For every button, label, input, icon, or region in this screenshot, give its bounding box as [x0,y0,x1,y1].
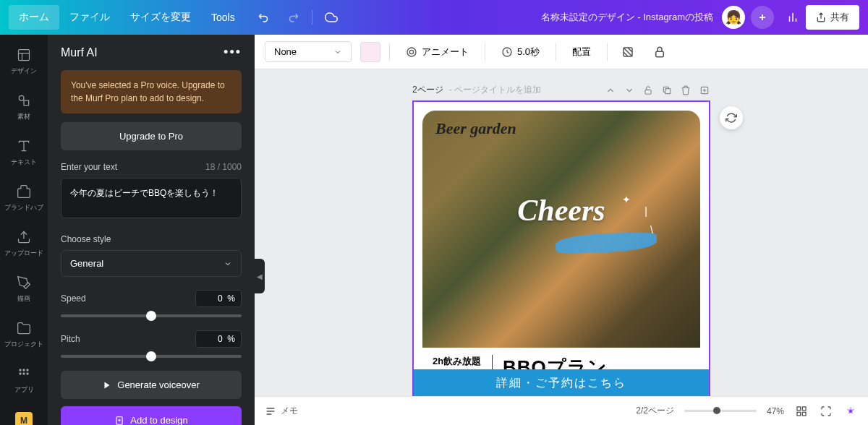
speed-slider[interactable] [61,314,242,317]
resize-menu[interactable]: サイズを変更 [120,5,201,30]
animate-icon [406,46,417,58]
collapse-sidebar-button[interactable]: ◀ [255,259,265,293]
pitch-slider[interactable] [61,355,242,358]
choose-style-label: Choose style [61,234,111,244]
tools-menu[interactable]: Tools [201,6,245,29]
sidebar-title: Murf AI [61,46,98,59]
page-indicator[interactable]: 2/2ページ [636,405,674,417]
voiceover-text-input[interactable]: 今年の夏はビーチでBBQを楽しもう！ [61,178,242,218]
bottom-status-bar: メモ 2/2ページ 47% [255,396,868,425]
page-title-input[interactable]: - ページタイトルを追加 [449,84,599,96]
zoom-thumb[interactable] [713,407,720,414]
rail-elements[interactable]: 素材 [0,89,48,124]
rail-apps[interactable]: アプリ [0,362,48,398]
svg-point-4 [22,369,25,371]
design-icon [15,46,33,64]
cloud-sync-icon[interactable] [318,4,344,30]
upgrade-button[interactable]: Upgrade to Pro [61,122,242,150]
svg-rect-2 [24,100,29,106]
undo-button[interactable] [251,4,277,30]
left-rail: デザイン 素材 テキスト ブランドハブ アップロード 描画 プロジェクト アプ [0,35,48,425]
svg-rect-15 [645,90,651,94]
transition-dropdown[interactable]: None [265,41,352,62]
add-to-design-button[interactable]: Add to design [61,406,242,425]
add-page-button[interactable] [699,85,710,96]
pitch-value-box[interactable]: 0 % [195,330,242,348]
rail-active-app[interactable]: M Murf AI [0,408,48,425]
svg-point-7 [22,372,25,374]
rail-draw[interactable]: 描画 [0,271,48,306]
sparkle-icon: \ [650,224,653,236]
speed-value-box[interactable]: 0 % [195,290,242,307]
duration-button[interactable]: 5.0秒 [494,41,547,63]
zoom-slider[interactable] [684,410,757,412]
svg-rect-16 [665,88,671,93]
rail-upload[interactable]: アップロード [0,226,48,261]
svg-point-3 [19,369,21,371]
position-button[interactable]: 配置 [565,41,598,63]
svg-point-10 [407,48,416,56]
cheers-text[interactable]: Cheers [517,193,605,228]
more-options-button[interactable]: ••• [224,45,242,60]
top-menu-bar: ホーム ファイル サイズを変更 Tools 名称未設定のデザイン - Insta… [0,0,868,35]
beer-garden-text[interactable]: Beer garden [435,119,516,138]
analytics-icon[interactable] [780,4,806,30]
generate-voiceover-button[interactable]: Generate voiceover [61,371,242,399]
share-button[interactable]: 共有 [806,5,859,30]
transparency-button[interactable] [616,40,639,64]
refresh-button[interactable] [720,106,743,129]
speed-slider-thumb[interactable] [146,311,156,321]
zoom-percent[interactable]: 47% [767,406,784,416]
lock-page-button[interactable] [642,85,654,96]
user-avatar[interactable]: 👧 [722,6,745,29]
sparkle-icon: ✦ [622,194,631,205]
rail-brandhub[interactable]: ブランドハブ [0,180,48,215]
rail-design[interactable]: デザイン [0,43,48,79]
svg-rect-20 [797,412,801,416]
speed-label: Speed [61,293,86,304]
add-file-icon [114,416,124,426]
help-button[interactable] [843,404,858,418]
redo-button[interactable] [280,4,306,30]
svg-point-11 [409,50,413,53]
design-canvas[interactable]: Beer garden Cheers ✦ | \ 2h飲み放題 BBQコース [412,100,710,396]
chevron-down-icon [224,259,232,268]
design-content[interactable]: Beer garden Cheers ✦ | \ 2h飲み放題 BBQコース [422,111,700,388]
apps-icon [15,365,33,382]
home-menu[interactable]: ホーム [9,5,59,30]
char-count: 18 / 1000 [205,162,242,172]
rail-project[interactable]: プロジェクト [0,317,48,352]
duplicate-page-button[interactable] [661,85,673,96]
delete-page-button[interactable] [680,85,692,96]
page-down-button[interactable] [624,85,635,96]
rail-text[interactable]: テキスト [0,134,48,170]
background-color-swatch[interactable] [360,42,380,62]
canvas-area: None アニメート 5.0秒 配置 2ページ - ペー [255,35,868,425]
svg-point-22 [849,409,853,413]
style-select[interactable]: General [61,250,242,277]
animate-button[interactable]: アニメート [399,41,476,63]
file-menu[interactable]: ファイル [59,5,120,30]
design-cta-bar[interactable]: 詳細・ご予約はこちら [414,369,709,396]
text-icon [15,137,33,155]
chevron-down-icon [333,48,342,56]
add-member-button[interactable] [751,6,774,29]
svg-point-6 [19,372,21,374]
page-up-button[interactable] [605,85,616,96]
murf-app-icon: M [15,412,33,425]
enter-text-label: Enter your text [61,162,117,172]
document-title[interactable]: 名称未設定のデザイン - Instagramの投稿 [541,11,713,24]
pitch-slider-thumb[interactable] [146,351,156,361]
canvas-toolbar: None アニメート 5.0秒 配置 [255,35,868,69]
brush-stroke [556,232,658,254]
notes-icon [265,405,276,417]
notes-button[interactable]: メモ [265,405,298,417]
svg-point-5 [26,369,28,371]
fullscreen-button[interactable] [819,404,833,418]
lock-button[interactable] [648,40,671,64]
grid-view-button[interactable] [794,404,809,418]
svg-rect-0 [19,50,30,61]
project-icon [15,319,33,337]
svg-rect-19 [802,407,806,411]
pro-notice: You've selected a Pro voice. Upgrade to … [61,70,242,113]
